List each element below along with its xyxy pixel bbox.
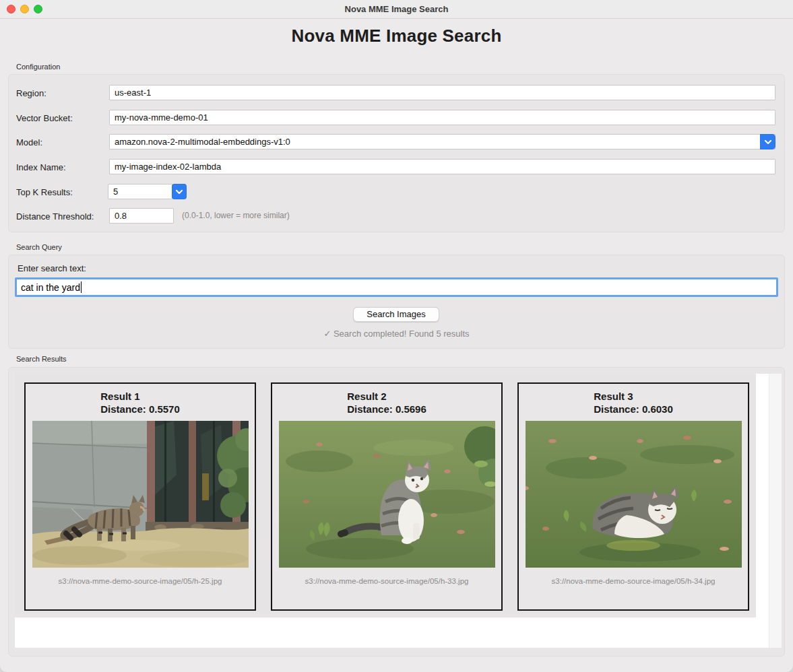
result-distance: Distance: 0.6030 <box>594 403 673 415</box>
result-card-header: Result 2 Distance: 0.5696 <box>272 390 501 415</box>
result-distance: Distance: 0.5570 <box>100 403 180 415</box>
title-bar: Nova MME Image Search <box>0 0 793 19</box>
search-text-input[interactable]: cat in the yard <box>15 277 778 297</box>
results-vertical-scrollbar[interactable] <box>769 374 782 648</box>
region-input[interactable] <box>109 85 775 100</box>
vector-bucket-input[interactable] <box>109 110 775 125</box>
result-title: Result 1 <box>100 390 180 403</box>
result-card-3: Result 3 Distance: 0.6030 <box>517 382 749 611</box>
search-text-value: cat in the yard <box>21 282 80 293</box>
results-cards-frame: Result 1 Distance: 0.5570 <box>15 374 756 617</box>
result-s3-path: s3://nova-mme-demo-source-image/05/h-33.… <box>272 577 501 585</box>
result-card-header: Result 3 Distance: 0.6030 <box>519 390 748 415</box>
app-window: Nova MME Image Search Nova MME Image Sea… <box>0 0 793 672</box>
result-s3-path: s3://nova-mme-demo-source-image/05/h-34.… <box>519 577 748 585</box>
model-dropdown-button[interactable] <box>760 134 775 149</box>
window-title: Nova MME Image Search <box>0 0 793 19</box>
search-status-text: ✓ Search completed! Found 5 results <box>0 329 793 339</box>
result-distance: Distance: 0.5696 <box>347 403 426 415</box>
result-card-header: Result 1 Distance: 0.5570 <box>26 390 255 415</box>
chevron-down-icon <box>175 189 183 195</box>
search-results-section-label: Search Results <box>16 355 67 363</box>
model-label: Model: <box>16 137 42 147</box>
search-query-section-label: Search Query <box>16 243 62 251</box>
page-title: Nova MME Image Search <box>0 26 793 46</box>
distance-threshold-hint: (0.0-1.0, lower = more similar) <box>182 211 290 220</box>
result-title: Result 2 <box>347 390 426 403</box>
result-card-2: Result 2 Distance: 0.5696 <box>271 382 503 611</box>
results-canvas[interactable]: Result 1 Distance: 0.5570 <box>15 374 769 648</box>
model-combobox[interactable] <box>109 134 775 149</box>
distance-threshold-label: Distance Threshold: <box>16 211 94 222</box>
index-name-input[interactable] <box>109 159 775 174</box>
result-image-cat-by-building <box>32 421 249 568</box>
chevron-down-icon <box>764 139 772 145</box>
distance-threshold-input[interactable] <box>109 208 174 224</box>
top-k-combobox[interactable] <box>108 184 172 199</box>
result-title: Result 3 <box>594 390 673 403</box>
index-name-label: Index Name: <box>16 162 66 172</box>
result-image-cat-crouching <box>526 421 742 568</box>
text-cursor <box>81 281 82 293</box>
configuration-section-label: Configuration <box>16 63 60 71</box>
top-k-dropdown-button[interactable] <box>172 184 187 199</box>
result-card-1: Result 1 Distance: 0.5570 <box>24 382 256 611</box>
result-image-cat-sitting <box>279 421 495 568</box>
result-s3-path: s3://nova-mme-demo-source-image/05/h-25.… <box>26 577 255 585</box>
search-images-button[interactable]: Search Images <box>353 307 439 322</box>
region-label: Region: <box>16 88 46 98</box>
search-prompt-label: Enter search text: <box>18 263 86 273</box>
vector-bucket-label: Vector Bucket: <box>16 113 73 123</box>
top-k-label: Top K Results: <box>16 187 73 197</box>
